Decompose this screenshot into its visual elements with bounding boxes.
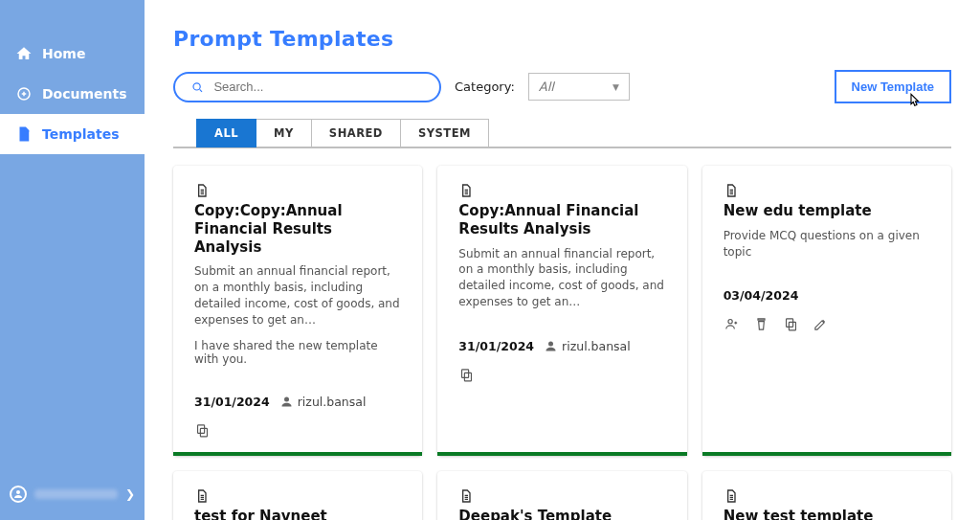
sidebar-item-label: Home [42,46,85,61]
template-card[interactable]: Copy:Copy:Annual Financial Results Analy… [173,166,422,456]
delete-icon[interactable] [753,316,769,332]
template-card[interactable]: test for Navneet this is a test template… [173,471,422,520]
sidebar-footer[interactable]: ❯ [0,478,145,510]
svg-point-1 [16,490,20,494]
category-selected: All [539,79,554,94]
card-meta: 31/01/2024 rizul.bansal [458,339,665,353]
person-icon [544,339,558,353]
card-title: New test template [724,508,930,520]
svg-point-6 [548,341,553,346]
toolbar: Category: All ▼ New Template [173,70,951,103]
svg-point-3 [284,397,289,402]
svg-rect-5 [198,425,205,434]
card-accent-bar [173,452,422,456]
chevron-down-icon: ▼ [612,82,619,92]
tab-all[interactable]: ALL [196,119,256,147]
document-icon [458,183,474,198]
tab-system[interactable]: SYSTEM [401,119,489,147]
tab-shared[interactable]: SHARED [312,119,401,147]
file-icon [15,125,33,143]
card-actions [194,422,401,439]
add-person-icon[interactable] [724,316,740,332]
card-actions [724,316,930,332]
card-accent-bar [437,452,686,456]
card-meta: 31/01/2024 rizul.bansal [194,395,401,409]
svg-rect-10 [789,323,795,331]
sidebar-item-home[interactable]: Home [0,34,145,74]
card-author: rizul.bansal [544,339,631,353]
document-icon [194,183,210,198]
template-card[interactable]: New test template This is for testing [702,471,951,520]
card-actions [458,367,665,383]
person-icon [279,395,294,409]
card-description: Submit an annual financial report, on a … [458,246,665,310]
template-card[interactable]: Deepak's Template This is a dummy templa… [437,471,686,520]
card-description: Provide MCQ questions on a given topic [724,228,930,260]
main-content: Prompt Templates Category: All ▼ New Tem… [145,0,980,520]
sidebar-item-templates[interactable]: Templates [0,114,145,154]
card-date: 03/04/2024 [724,288,799,303]
tabs: ALL MY SHARED SYSTEM [196,119,951,147]
svg-rect-4 [200,429,207,438]
document-icon [724,183,739,198]
svg-rect-7 [465,373,472,381]
card-accent-bar [702,452,951,456]
card-title: Copy:Copy:Annual Financial Results Analy… [194,202,401,256]
nav: Home Documents Templates [0,0,145,154]
document-icon [724,488,739,504]
copy-icon[interactable] [783,316,799,332]
edit-icon[interactable] [813,316,829,332]
template-card[interactable]: New edu template Provide MCQ questions o… [702,166,951,456]
card-note: I have shared the new template with you. [194,339,401,366]
document-icon [194,488,210,504]
page-title: Prompt Templates [173,27,951,51]
card-description: Submit an annual financial report, on a … [194,263,401,328]
plus-circle-icon [15,85,33,102]
card-title: Copy:Annual Financial Results Analysis [458,202,665,238]
svg-rect-11 [786,319,792,328]
search-input[interactable] [213,79,424,94]
category-label: Category: [455,79,515,94]
sidebar-item-label: Templates [42,126,120,142]
card-meta: 03/04/2024 [724,288,930,303]
tab-my[interactable]: MY [256,119,312,147]
category-select[interactable]: All ▼ [528,73,630,101]
card-author: rizul.bansal [279,395,367,409]
search-box[interactable] [173,72,441,102]
user-name-redacted [34,489,118,499]
card-title: Deepak's Template [458,508,665,520]
document-icon [458,488,474,504]
template-grid: Copy:Copy:Annual Financial Results Analy… [173,166,951,520]
search-icon [190,79,204,95]
svg-rect-8 [462,370,469,378]
copy-icon[interactable] [458,367,475,383]
sidebar-item-documents[interactable]: Documents [0,74,145,114]
card-date: 31/01/2024 [194,395,270,409]
sidebar: Home Documents Templates ❯ [0,0,145,520]
svg-point-9 [728,320,732,324]
copy-icon[interactable] [194,422,211,439]
chevron-right-icon: ❯ [125,487,135,501]
card-date: 31/01/2024 [458,339,534,353]
svg-point-2 [193,82,200,89]
card-title: test for Navneet [194,508,401,520]
card-title: New edu template [724,202,930,220]
new-template-button[interactable]: New Template [835,70,951,103]
template-card[interactable]: Copy:Annual Financial Results Analysis S… [437,166,686,456]
sidebar-item-label: Documents [42,86,127,102]
user-avatar-icon [10,486,27,503]
home-icon [15,45,33,62]
